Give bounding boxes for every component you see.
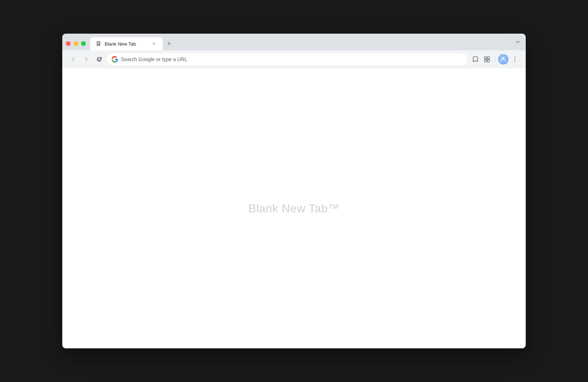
tab-area: Blank New Tab × + bbox=[90, 37, 522, 50]
minimize-window-button[interactable] bbox=[74, 41, 78, 46]
page-watermark: Blank New Tab™ bbox=[248, 202, 340, 215]
svg-point-11 bbox=[514, 61, 515, 62]
svg-rect-1 bbox=[97, 42, 100, 43]
tab-title: Blank New Tab bbox=[105, 41, 148, 47]
maximize-window-button[interactable] bbox=[81, 41, 86, 46]
address-input[interactable] bbox=[107, 53, 467, 65]
chrome-menu-button[interactable] bbox=[510, 54, 520, 64]
svg-point-10 bbox=[514, 59, 515, 60]
tab-favicon-icon bbox=[96, 41, 102, 47]
bookmark-button[interactable] bbox=[470, 54, 480, 64]
browser-window: Blank New Tab × + bbox=[62, 34, 526, 348]
svg-rect-3 bbox=[97, 44, 99, 44]
window-controls bbox=[66, 41, 90, 50]
reload-button[interactable] bbox=[94, 54, 104, 64]
svg-rect-7 bbox=[487, 60, 490, 62]
tab-close-button[interactable]: × bbox=[151, 41, 157, 47]
svg-rect-6 bbox=[484, 60, 487, 62]
extensions-button[interactable] bbox=[482, 54, 492, 64]
title-bar: Blank New Tab × + bbox=[62, 34, 526, 50]
active-tab[interactable]: Blank New Tab × bbox=[90, 37, 163, 50]
svg-rect-0 bbox=[97, 41, 100, 46]
svg-point-9 bbox=[514, 57, 515, 58]
forward-button[interactable] bbox=[81, 54, 91, 64]
tab-dropdown-area bbox=[513, 38, 522, 47]
profile-button[interactable] bbox=[498, 54, 508, 64]
svg-rect-4 bbox=[484, 57, 487, 59]
content-area: Blank New Tab™ bbox=[62, 68, 526, 348]
nav-bar bbox=[62, 50, 526, 68]
address-bar-wrapper bbox=[107, 53, 467, 65]
svg-rect-2 bbox=[97, 43, 100, 43]
back-button[interactable] bbox=[68, 54, 78, 64]
close-window-button[interactable] bbox=[66, 41, 71, 46]
toolbar-actions bbox=[470, 54, 520, 64]
tab-search-button[interactable] bbox=[513, 38, 522, 47]
new-tab-button[interactable]: + bbox=[164, 39, 174, 49]
svg-rect-5 bbox=[487, 57, 490, 59]
toolbar-divider bbox=[495, 56, 495, 63]
profile-avatar bbox=[499, 55, 508, 64]
